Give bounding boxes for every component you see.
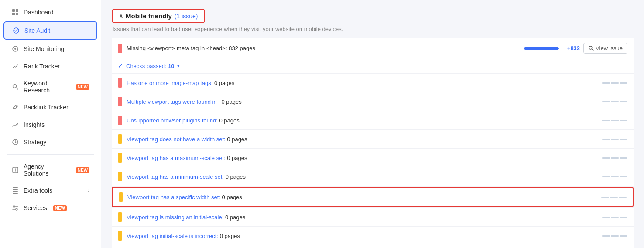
item-text: Viewport tag is missing an initial-scale… — [127, 214, 598, 221]
sidebar-label-site-audit: Site Audit — [24, 27, 50, 34]
mini-bar — [602, 235, 627, 237]
sidebar-label-dashboard: Dashboard — [24, 9, 54, 16]
mini-bar — [602, 82, 627, 84]
plus-count: +832 — [562, 45, 580, 51]
item-text: Viewport tag has a maximum-scale set: 0 … — [127, 155, 598, 161]
svg-rect-2 — [12, 13, 15, 15]
sidebar-label-site-monitoring: Site Monitoring — [24, 45, 64, 52]
section-description: Issues that can lead to bad user experie… — [112, 26, 634, 32]
passed-item-row: Unsupported browser plugins found: 0 pag… — [112, 111, 634, 130]
sidebar-item-insights[interactable]: Insights — [3, 116, 97, 133]
passed-item-row: Viewport tag is missing an initial-scale… — [112, 208, 634, 227]
mini-bar — [602, 101, 627, 102]
item-link[interactable]: Viewport tag is missing an initial-scale… — [127, 214, 223, 221]
svg-line-8 — [16, 88, 18, 90]
strategy-icon — [11, 138, 19, 146]
collapse-icon: ∧ — [119, 13, 123, 20]
passed-item-row: Viewport tag has a maximum-scale set: 0 … — [112, 149, 634, 167]
sidebar-label-backlink-tracker: Backlink Tracker — [24, 104, 69, 111]
extra-tools-icon — [11, 187, 19, 194]
svg-point-6 — [14, 48, 16, 50]
svg-rect-3 — [16, 13, 18, 15]
passed-item-row: Multiple viewport tags were found in : 0… — [112, 92, 634, 111]
sidebar-label-services: Services — [24, 204, 47, 211]
sidebar-item-dashboard[interactable]: Dashboard — [3, 4, 97, 20]
passed-item-row: Viewport tag does not have a width set: … — [112, 130, 634, 149]
item-text: Viewport tag has a specific width set: 0… — [127, 194, 597, 200]
item-link[interactable]: Multiple viewport tags were found in : — [127, 99, 220, 105]
sidebar-item-rank-tracker[interactable]: Rank Tracker — [3, 58, 97, 75]
item-link[interactable]: Viewport tag has a maximum-scale set: — [127, 155, 226, 161]
item-dot — [118, 116, 122, 125]
top-issue-text: Missing <viewport> meta tag in <head>: 8… — [127, 45, 520, 51]
item-text: Multiple viewport tags were found in : 0… — [127, 99, 598, 105]
sidebar: Dashboard Site Audit Site Monitoring Ran… — [0, 0, 101, 248]
sidebar-item-extra-tools[interactable]: Extra tools › — [3, 182, 97, 199]
top-issue-row: Missing <viewport> meta tag in <head>: 8… — [112, 38, 634, 58]
sidebar-item-agency-solutions[interactable]: Agency Solutions NEW — [3, 159, 97, 181]
svg-rect-1 — [16, 9, 18, 12]
mini-bar — [602, 217, 627, 218]
item-link[interactable]: Has one or more image-map tags: — [127, 80, 212, 86]
item-link[interactable]: Viewport tag has a minimum-scale set: — [127, 173, 224, 180]
dashboard-icon — [11, 8, 19, 16]
issue-dot-red — [118, 44, 122, 53]
services-badge: NEW — [53, 205, 67, 211]
checks-passed-arrow: ▾ — [177, 63, 180, 69]
passed-item-row: Viewport tag initial-scale is incorrect:… — [112, 227, 634, 245]
site-audit-icon — [12, 27, 20, 34]
svg-rect-14 — [13, 187, 18, 188]
sidebar-item-site-monitoring[interactable]: Site Monitoring — [3, 41, 97, 57]
svg-line-21 — [592, 49, 593, 51]
item-dot — [118, 153, 122, 163]
passed-item-row: Viewport tag prevents the user from scal… — [112, 245, 634, 248]
mini-bar — [602, 139, 627, 140]
item-dot — [118, 97, 122, 106]
view-issue-button[interactable]: View issue — [583, 43, 627, 54]
checks-passed-label: Checks passed: 10 — [126, 63, 175, 69]
svg-point-9 — [17, 123, 18, 125]
sidebar-item-backlink-tracker[interactable]: Backlink Tracker — [3, 99, 97, 116]
search-icon — [588, 45, 594, 51]
item-link[interactable]: Viewport tag initial-scale is incorrect: — [127, 233, 218, 239]
backlink-tracker-icon — [11, 103, 19, 111]
site-monitoring-icon — [11, 45, 19, 53]
checks-passed-row[interactable]: ✓ Checks passed: 10 ▾ — [112, 58, 634, 74]
item-link[interactable]: Viewport tag has a specific width set: — [127, 194, 220, 200]
item-dot — [118, 212, 122, 222]
section-title: Mobile friendly — [126, 12, 172, 20]
sidebar-label-rank-tracker: Rank Tracker — [24, 63, 60, 70]
top-issue-right: +832 View issue — [524, 43, 627, 54]
sidebar-item-services[interactable]: Services NEW — [3, 200, 97, 216]
svg-rect-12 — [13, 189, 18, 190]
passed-items-list: Has one or more image-map tags: 0 pages … — [112, 74, 634, 248]
item-text: Viewport tag has a minimum-scale set: 0 … — [127, 173, 598, 180]
progress-fill — [524, 47, 559, 50]
mini-bar — [602, 176, 627, 177]
item-dot — [119, 192, 123, 202]
sidebar-item-site-audit[interactable]: Site Audit — [3, 21, 97, 40]
sidebar-item-strategy[interactable]: Strategy — [3, 134, 97, 150]
mobile-friendly-title-box[interactable]: ∧ Mobile friendly (1 issue) — [112, 9, 205, 23]
item-text: Has one or more image-map tags: 0 pages — [127, 80, 598, 86]
item-text: Unsupported browser plugins found: 0 pag… — [127, 117, 598, 124]
passed-item-row: Viewport tag has a specific width set: 0… — [112, 187, 634, 207]
sidebar-label-insights: Insights — [24, 121, 45, 128]
rank-tracker-icon — [11, 62, 19, 70]
services-icon — [11, 204, 19, 212]
issue-count-label: (1 issue) — [175, 13, 198, 20]
progress-bar — [524, 47, 559, 50]
sidebar-label-agency-solutions: Agency Solutions — [24, 163, 70, 177]
svg-rect-15 — [13, 193, 18, 194]
item-text: Viewport tag initial-scale is incorrect:… — [127, 233, 598, 239]
extra-tools-chevron: › — [88, 187, 89, 194]
svg-rect-13 — [13, 191, 18, 192]
agency-badge: NEW — [76, 167, 89, 173]
item-link[interactable]: Viewport tag does not have a width set: — [127, 136, 226, 143]
sidebar-divider — [7, 154, 94, 155]
agency-solutions-icon — [11, 166, 19, 174]
svg-rect-0 — [12, 9, 15, 12]
item-link[interactable]: Unsupported browser plugins found: — [127, 117, 218, 124]
sidebar-item-keyword-research[interactable]: Keyword Research NEW — [3, 75, 97, 98]
section-header: ∧ Mobile friendly (1 issue) — [112, 9, 634, 23]
